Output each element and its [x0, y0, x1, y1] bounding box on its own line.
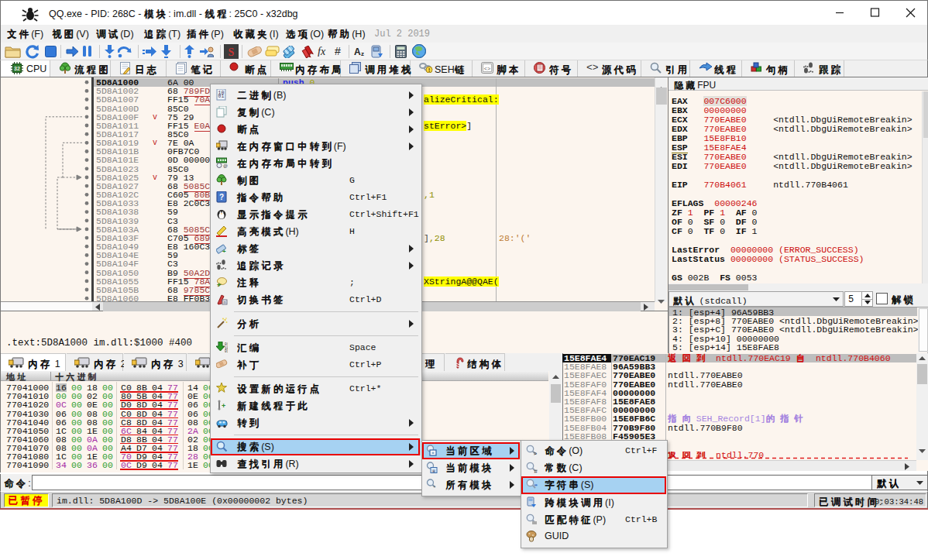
svg-text:z: z [361, 50, 364, 57]
svg-text:10: 10 [218, 91, 225, 96]
svg-text:※: ※ [431, 469, 435, 473]
svg-text:>: > [534, 451, 537, 456]
svg-text:<>: <> [484, 66, 490, 72]
svg-text:@: @ [223, 163, 228, 168]
svg-text:*: * [434, 485, 436, 490]
svg-text:!: ! [428, 67, 431, 73]
svg-text:fx: fx [318, 46, 326, 57]
svg-text:“: “ [534, 483, 538, 490]
svg-text:S: S [229, 46, 235, 58]
svg-text:01: 01 [225, 349, 228, 353]
svg-text:+: + [222, 248, 226, 254]
svg-text:+: + [222, 402, 225, 410]
svg-text:+: + [217, 281, 221, 288]
svg-text:32: 32 [14, 66, 20, 71]
svg-text:?: ? [219, 193, 224, 201]
svg-text:#: # [335, 46, 341, 57]
svg-text:#: # [534, 468, 538, 474]
svg-text:n: n [223, 300, 225, 304]
svg-text:A: A [354, 46, 361, 57]
svg-text:<>: <> [586, 62, 599, 71]
